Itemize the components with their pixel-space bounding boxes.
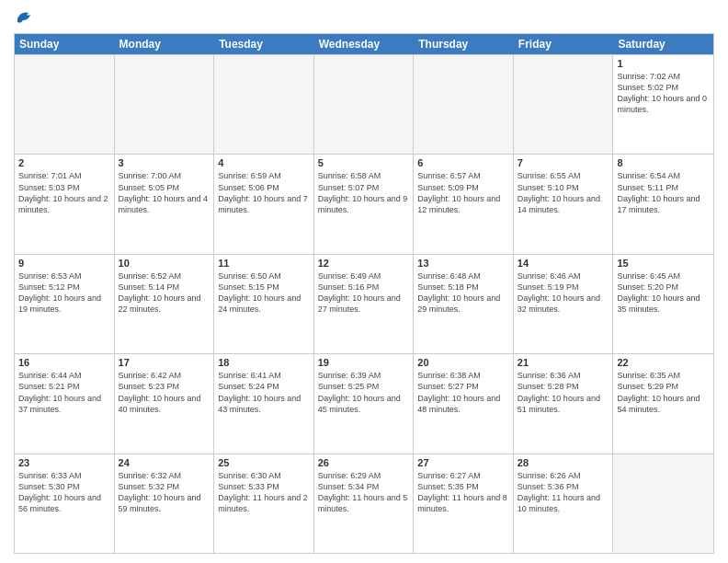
empty-cell bbox=[15, 55, 115, 154]
empty-cell bbox=[414, 55, 514, 154]
day-info: Sunrise: 6:39 AM Sunset: 5:25 PM Dayligh… bbox=[318, 370, 410, 415]
day-number: 3 bbox=[119, 157, 210, 168]
empty-cell bbox=[115, 55, 215, 154]
day-number: 10 bbox=[119, 258, 210, 269]
weekday-header-saturday: Saturday bbox=[613, 34, 713, 54]
day-cell-12: 12Sunrise: 6:49 AM Sunset: 5:16 PM Dayli… bbox=[314, 255, 415, 353]
page: SundayMondayTuesdayWednesdayThursdayFrid… bbox=[0, 0, 728, 563]
day-number: 20 bbox=[417, 357, 509, 368]
day-info: Sunrise: 6:50 AM Sunset: 5:15 PM Dayligh… bbox=[218, 270, 310, 316]
empty-cell bbox=[314, 55, 415, 154]
day-cell-14: 14Sunrise: 6:46 AM Sunset: 5:19 PM Dayli… bbox=[514, 255, 614, 353]
calendar-row-4: 23Sunrise: 6:33 AM Sunset: 5:30 PM Dayli… bbox=[15, 454, 713, 553]
day-info: Sunrise: 6:52 AM Sunset: 5:14 PM Dayligh… bbox=[119, 270, 210, 316]
day-info: Sunrise: 6:30 AM Sunset: 5:33 PM Dayligh… bbox=[218, 470, 310, 515]
day-number: 12 bbox=[318, 258, 410, 269]
day-info: Sunrise: 6:53 AM Sunset: 5:12 PM Dayligh… bbox=[18, 270, 110, 316]
day-info: Sunrise: 6:36 AM Sunset: 5:28 PM Dayligh… bbox=[518, 370, 609, 415]
day-cell-11: 11Sunrise: 6:50 AM Sunset: 5:15 PM Dayli… bbox=[214, 255, 314, 353]
calendar: SundayMondayTuesdayWednesdayThursdayFrid… bbox=[14, 33, 714, 554]
day-info: Sunrise: 6:54 AM Sunset: 5:11 PM Dayligh… bbox=[617, 170, 710, 215]
day-cell-20: 20Sunrise: 6:38 AM Sunset: 5:27 PM Dayli… bbox=[414, 354, 514, 453]
day-number: 6 bbox=[417, 157, 509, 168]
day-info: Sunrise: 7:00 AM Sunset: 5:05 PM Dayligh… bbox=[119, 170, 210, 215]
day-info: Sunrise: 6:26 AM Sunset: 5:36 PM Dayligh… bbox=[518, 470, 609, 515]
day-number: 19 bbox=[318, 357, 410, 368]
day-cell-9: 9Sunrise: 6:53 AM Sunset: 5:12 PM Daylig… bbox=[15, 255, 115, 353]
day-info: Sunrise: 6:45 AM Sunset: 5:20 PM Dayligh… bbox=[617, 270, 710, 316]
weekday-header-friday: Friday bbox=[514, 34, 614, 54]
day-cell-17: 17Sunrise: 6:42 AM Sunset: 5:23 PM Dayli… bbox=[115, 354, 215, 453]
day-number: 4 bbox=[218, 157, 310, 168]
day-info: Sunrise: 6:57 AM Sunset: 5:09 PM Dayligh… bbox=[417, 170, 509, 215]
empty-cell bbox=[514, 55, 614, 154]
calendar-header: SundayMondayTuesdayWednesdayThursdayFrid… bbox=[15, 34, 713, 54]
day-cell-25: 25Sunrise: 6:30 AM Sunset: 5:33 PM Dayli… bbox=[214, 454, 314, 553]
empty-cell bbox=[613, 454, 713, 553]
day-number: 25 bbox=[218, 457, 310, 468]
weekday-header-sunday: Sunday bbox=[15, 34, 115, 54]
day-info: Sunrise: 6:41 AM Sunset: 5:24 PM Dayligh… bbox=[218, 370, 310, 415]
day-cell-27: 27Sunrise: 6:27 AM Sunset: 5:35 PM Dayli… bbox=[414, 454, 514, 553]
day-cell-24: 24Sunrise: 6:32 AM Sunset: 5:32 PM Dayli… bbox=[115, 454, 215, 553]
day-cell-28: 28Sunrise: 6:26 AM Sunset: 5:36 PM Dayli… bbox=[514, 454, 614, 553]
day-cell-4: 4Sunrise: 6:59 AM Sunset: 5:06 PM Daylig… bbox=[214, 155, 314, 253]
weekday-header-monday: Monday bbox=[115, 34, 215, 54]
day-info: Sunrise: 6:38 AM Sunset: 5:27 PM Dayligh… bbox=[417, 370, 509, 415]
logo-bird-icon bbox=[16, 9, 34, 26]
logo bbox=[14, 9, 34, 26]
day-info: Sunrise: 6:55 AM Sunset: 5:10 PM Dayligh… bbox=[518, 170, 609, 215]
calendar-row-0: 1Sunrise: 7:02 AM Sunset: 5:02 PM Daylig… bbox=[15, 54, 713, 154]
calendar-body: 1Sunrise: 7:02 AM Sunset: 5:02 PM Daylig… bbox=[15, 54, 713, 553]
day-info: Sunrise: 6:46 AM Sunset: 5:19 PM Dayligh… bbox=[518, 270, 609, 316]
day-number: 8 bbox=[617, 157, 710, 168]
day-number: 23 bbox=[18, 457, 110, 468]
day-info: Sunrise: 6:33 AM Sunset: 5:30 PM Dayligh… bbox=[18, 470, 110, 515]
day-cell-5: 5Sunrise: 6:58 AM Sunset: 5:07 PM Daylig… bbox=[314, 155, 415, 253]
weekday-header-thursday: Thursday bbox=[414, 34, 514, 54]
day-cell-18: 18Sunrise: 6:41 AM Sunset: 5:24 PM Dayli… bbox=[214, 354, 314, 453]
day-cell-10: 10Sunrise: 6:52 AM Sunset: 5:14 PM Dayli… bbox=[115, 255, 215, 353]
day-info: Sunrise: 6:59 AM Sunset: 5:06 PM Dayligh… bbox=[218, 170, 310, 215]
header bbox=[14, 9, 714, 26]
day-info: Sunrise: 7:01 AM Sunset: 5:03 PM Dayligh… bbox=[18, 170, 110, 215]
day-info: Sunrise: 6:29 AM Sunset: 5:34 PM Dayligh… bbox=[318, 470, 410, 515]
day-number: 21 bbox=[518, 357, 609, 368]
day-info: Sunrise: 6:35 AM Sunset: 5:29 PM Dayligh… bbox=[617, 370, 710, 415]
day-number: 14 bbox=[518, 258, 609, 269]
day-number: 16 bbox=[18, 357, 110, 368]
day-cell-2: 2Sunrise: 7:01 AM Sunset: 5:03 PM Daylig… bbox=[15, 155, 115, 253]
day-info: Sunrise: 6:42 AM Sunset: 5:23 PM Dayligh… bbox=[119, 370, 210, 415]
empty-cell bbox=[214, 55, 314, 154]
weekday-header-tuesday: Tuesday bbox=[214, 34, 314, 54]
day-info: Sunrise: 6:48 AM Sunset: 5:18 PM Dayligh… bbox=[417, 270, 509, 316]
day-cell-3: 3Sunrise: 7:00 AM Sunset: 5:05 PM Daylig… bbox=[115, 155, 215, 253]
day-cell-7: 7Sunrise: 6:55 AM Sunset: 5:10 PM Daylig… bbox=[514, 155, 614, 253]
day-info: Sunrise: 6:32 AM Sunset: 5:32 PM Dayligh… bbox=[119, 470, 210, 515]
day-info: Sunrise: 7:02 AM Sunset: 5:02 PM Dayligh… bbox=[617, 71, 710, 116]
day-number: 17 bbox=[119, 357, 210, 368]
day-number: 24 bbox=[119, 457, 210, 468]
day-cell-6: 6Sunrise: 6:57 AM Sunset: 5:09 PM Daylig… bbox=[414, 155, 514, 253]
day-cell-1: 1Sunrise: 7:02 AM Sunset: 5:02 PM Daylig… bbox=[613, 55, 713, 154]
day-number: 5 bbox=[318, 157, 410, 168]
calendar-row-1: 2Sunrise: 7:01 AM Sunset: 5:03 PM Daylig… bbox=[15, 154, 713, 253]
day-number: 18 bbox=[218, 357, 310, 368]
day-number: 13 bbox=[417, 258, 509, 269]
day-cell-21: 21Sunrise: 6:36 AM Sunset: 5:28 PM Dayli… bbox=[514, 354, 614, 453]
day-cell-19: 19Sunrise: 6:39 AM Sunset: 5:25 PM Dayli… bbox=[314, 354, 415, 453]
day-number: 9 bbox=[18, 258, 110, 269]
calendar-row-2: 9Sunrise: 6:53 AM Sunset: 5:12 PM Daylig… bbox=[15, 254, 713, 353]
day-cell-16: 16Sunrise: 6:44 AM Sunset: 5:21 PM Dayli… bbox=[15, 354, 115, 453]
weekday-header-wednesday: Wednesday bbox=[314, 34, 415, 54]
day-cell-26: 26Sunrise: 6:29 AM Sunset: 5:34 PM Dayli… bbox=[314, 454, 415, 553]
day-info: Sunrise: 6:49 AM Sunset: 5:16 PM Dayligh… bbox=[318, 270, 410, 316]
day-number: 27 bbox=[417, 457, 509, 468]
day-number: 11 bbox=[218, 258, 310, 269]
day-cell-22: 22Sunrise: 6:35 AM Sunset: 5:29 PM Dayli… bbox=[613, 354, 713, 453]
day-cell-23: 23Sunrise: 6:33 AM Sunset: 5:30 PM Dayli… bbox=[15, 454, 115, 553]
day-info: Sunrise: 6:44 AM Sunset: 5:21 PM Dayligh… bbox=[18, 370, 110, 415]
day-info: Sunrise: 6:58 AM Sunset: 5:07 PM Dayligh… bbox=[318, 170, 410, 215]
calendar-row-3: 16Sunrise: 6:44 AM Sunset: 5:21 PM Dayli… bbox=[15, 353, 713, 453]
day-cell-13: 13Sunrise: 6:48 AM Sunset: 5:18 PM Dayli… bbox=[414, 255, 514, 353]
